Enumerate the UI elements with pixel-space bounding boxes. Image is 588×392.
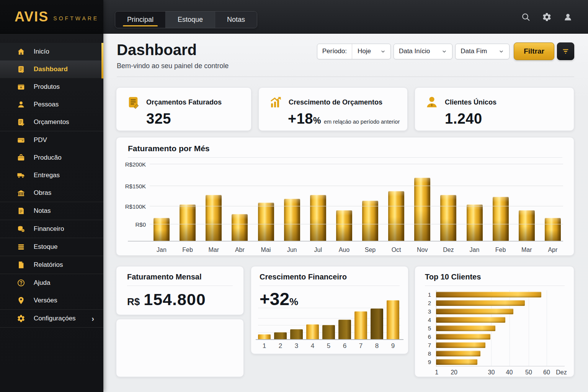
sidebar-item-label: Inicío xyxy=(34,48,49,56)
sidebar-item-label: Producão xyxy=(34,154,62,162)
report-icon xyxy=(17,261,25,269)
stat-title: Clientes Únicos xyxy=(445,98,497,106)
sidebar-item-dashboard[interactable]: Dashboard xyxy=(0,60,103,78)
user-icon[interactable] xyxy=(563,12,573,22)
growth-bar-group-1: 1 xyxy=(258,334,271,339)
topbar-actions xyxy=(521,0,573,34)
sidebar-item-label: PDV xyxy=(34,136,47,144)
x-tick-label: Feb xyxy=(176,247,199,253)
sidebar-item-label: Ajuda xyxy=(34,279,50,287)
sidebar-item-relatorios[interactable]: Relatórios xyxy=(0,256,103,274)
growth-bar-group-4: 4 xyxy=(306,324,319,339)
client-row-4: 4 xyxy=(425,315,565,324)
help-icon xyxy=(17,279,25,287)
client-rank-label: 2 xyxy=(425,300,431,306)
sidebar-item-entregas[interactable]: Entregas xyxy=(0,167,103,184)
bar-mar xyxy=(519,210,535,241)
main-chart-plot: JanFebMarAbrMaiJunJulAuoSepOctNovDezJanF… xyxy=(150,164,563,241)
client-rank-label: 8 xyxy=(425,350,431,357)
sidebar-item-inicio[interactable]: Inicío xyxy=(0,43,103,60)
sidebar-item-label: Versóes xyxy=(34,297,57,304)
date-start-value: Data Início xyxy=(399,47,430,55)
divider xyxy=(425,286,565,286)
budget-icon xyxy=(17,118,25,126)
top-clients-rows: 123456789 xyxy=(425,290,565,366)
growth-bar-5 xyxy=(322,325,335,339)
client-bar-5 xyxy=(436,325,495,331)
period-select[interactable]: Hoje xyxy=(352,47,390,55)
sidebar-item-versoes[interactable]: Versóes xyxy=(0,292,103,309)
growth-bar-group-6: 6 xyxy=(338,320,351,339)
date-start-select[interactable]: Data Início xyxy=(394,44,452,59)
stat-card-clientes: Clientes Únicos 1.240 xyxy=(415,87,574,131)
growth-bar-group-5: 5 xyxy=(322,325,335,339)
bar-group-sep-8: Sep xyxy=(362,164,378,241)
search-icon[interactable] xyxy=(521,12,531,22)
x-tick-label: Jan xyxy=(150,247,173,253)
client-rank-label: 4 xyxy=(425,317,431,323)
stat-title: Orçamentos Faturados xyxy=(146,98,222,106)
bar-group-mai-4: Mai xyxy=(258,164,274,241)
sidebar-item-producao[interactable]: Producão xyxy=(0,149,103,167)
tab-principal[interactable]: Principal xyxy=(115,11,166,28)
production-icon xyxy=(17,154,25,162)
x-tick-label: 3 xyxy=(290,342,303,350)
x-tick-label: Dez xyxy=(556,369,567,376)
bar-apr xyxy=(545,218,561,241)
x-tick-label: 60 xyxy=(543,369,550,376)
x-tick-label: Mai xyxy=(255,247,278,253)
bar-jan xyxy=(154,218,170,241)
stat-value: 1.240 xyxy=(445,111,482,127)
sidebar-item-label: Obras xyxy=(34,189,51,197)
x-tick-label: 20 xyxy=(451,369,457,376)
sidebar-item-financeiro[interactable]: Financeiro xyxy=(0,220,103,238)
x-tick-label: 1 xyxy=(258,342,271,350)
filter-bar: Período: Hoje Data Início Data Fim Filtr… xyxy=(317,42,574,60)
bar-group-jan-12: Jan xyxy=(467,164,483,241)
sidebar-item-pdv[interactable]: PDV xyxy=(0,131,103,149)
top-clients-card: Top 10 Clientes 123456789 12030405060Dez xyxy=(415,266,574,377)
growth-bar-group-2: 2 xyxy=(274,332,287,339)
sidebar-item-pessoas[interactable]: Pessoas xyxy=(0,96,103,113)
client-bar-6 xyxy=(436,334,490,340)
gear-icon[interactable] xyxy=(542,12,552,22)
stat-note: em relącáo ao período anterior xyxy=(324,119,400,125)
bar-group-nov-10: Nov xyxy=(414,164,430,241)
pdv-icon xyxy=(17,136,25,144)
chevron-down-icon xyxy=(380,49,386,54)
x-tick-label: 9 xyxy=(387,342,399,350)
x-tick-label: Mar xyxy=(515,247,538,253)
person-icon xyxy=(17,100,25,109)
empty-card xyxy=(116,319,244,377)
date-end-select[interactable]: Data Fim xyxy=(455,44,510,59)
chevron-down-icon xyxy=(498,49,504,54)
sidebar-item-notas[interactable]: Notas xyxy=(0,202,103,220)
divider xyxy=(128,157,562,158)
client-row-1: 1 xyxy=(425,290,565,299)
growth-bar-8 xyxy=(371,309,383,339)
bar-group-apr-15: Apr xyxy=(545,164,561,241)
filter-button[interactable]: Filtrar xyxy=(514,42,554,60)
tab-estoque[interactable]: Estoque xyxy=(166,11,215,28)
sidebar-item-produtos[interactable]: Produtos xyxy=(0,78,103,96)
invoice-icon xyxy=(126,95,140,109)
sidebar-item-ajuda[interactable]: Ajuda xyxy=(0,274,103,292)
x-axis-line xyxy=(436,366,565,366)
stat-value: +18 xyxy=(288,111,313,127)
stat-title: Crescimento de Orçamentos xyxy=(289,98,382,106)
sidebar-item-label: Produtos xyxy=(34,83,60,91)
sidebar-item-estoque[interactable]: Estoque xyxy=(0,238,103,256)
tab-notas[interactable]: Notas xyxy=(215,11,257,28)
x-tick-label: Jun xyxy=(281,247,304,253)
gridline xyxy=(150,186,563,186)
sidebar-item-orcamentos[interactable]: Orçamentos xyxy=(0,113,103,131)
advanced-filter-button[interactable] xyxy=(557,42,574,60)
page-title: Dashboard xyxy=(117,41,229,59)
client-bar-7 xyxy=(436,342,485,348)
coins-icon xyxy=(17,225,25,233)
growth-chart-bars: 123456789 xyxy=(258,289,400,339)
truck-icon xyxy=(17,171,25,180)
bar-mai xyxy=(258,203,274,241)
sidebar-item-configuracoes[interactable]: Configuraçóes› xyxy=(0,310,103,327)
sidebar-item-obras[interactable]: Obras xyxy=(0,184,103,202)
